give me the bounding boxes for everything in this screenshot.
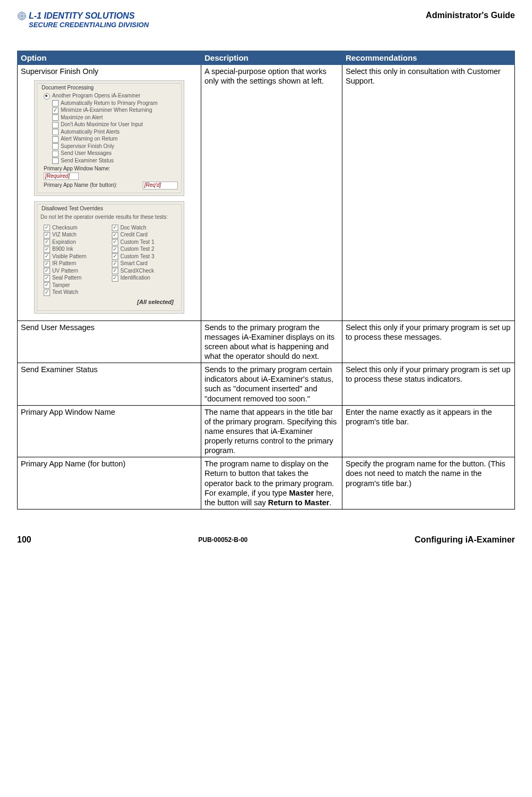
checkbox-option: Custom Test 2 xyxy=(112,246,175,253)
checkbox-icon xyxy=(52,100,59,106)
option-title: Primary App Window Name xyxy=(18,405,201,457)
checkbox-icon xyxy=(44,290,50,296)
screenshot-disallowed-overrides: Disallowed Test Overrides Do not let the… xyxy=(34,201,184,314)
fingerprint-icon xyxy=(17,11,27,21)
checkbox-label: Alert Warning on Return xyxy=(61,136,118,143)
description-cell: The name that appears in the title bar o… xyxy=(201,405,342,457)
checkbox-icon xyxy=(52,143,59,150)
guide-title: Administrator's Guide xyxy=(426,11,515,20)
svg-point-0 xyxy=(18,12,26,19)
logo: L-1 IDENTITY SOLUTIONS SECURE CREDENTIAL… xyxy=(17,11,149,29)
checkbox-label: Send User Messages xyxy=(61,150,112,157)
recommendation-cell: Specify the program name for the button.… xyxy=(342,457,515,510)
field-label: Primary App Name (for button): xyxy=(44,182,117,189)
checkbox-icon xyxy=(52,108,59,114)
checkbox-icon xyxy=(112,268,118,274)
checkbox-label: Custom Test 3 xyxy=(120,253,154,260)
page-header: L-1 IDENTITY SOLUTIONS SECURE CREDENTIAL… xyxy=(17,11,515,29)
th-option: Option xyxy=(18,51,201,64)
groupbox-label: Document Processing xyxy=(40,85,95,91)
checkbox-icon xyxy=(112,253,118,260)
checkbox-icon xyxy=(52,114,59,121)
checkbox-label: SCardXCheck xyxy=(120,268,154,275)
checkbox-option: Smart Card xyxy=(112,260,175,267)
checkbox-option: Seal Pattern xyxy=(44,275,107,282)
table-row: Supervisor Finish Only Document Processi… xyxy=(18,64,515,321)
svg-point-1 xyxy=(20,13,24,18)
checkbox-label: Tamper xyxy=(52,282,70,289)
logo-text-line2: SECURE CREDENTIALING DIVISION xyxy=(17,21,149,29)
checkbox-icon xyxy=(44,225,50,231)
publication-id: PUB-00052-B-00 xyxy=(198,536,248,544)
checkbox-label: Don't Auto Maximize for User Input xyxy=(61,121,143,128)
checkbox-label: Expiration xyxy=(52,239,76,246)
option-title: Send User Messages xyxy=(18,321,201,363)
checkbox-option: Identification xyxy=(112,275,175,282)
description-cell: The program name to display on the Retur… xyxy=(201,457,342,510)
checkbox-option: B900 Ink xyxy=(44,246,107,253)
checkbox-icon xyxy=(112,275,118,282)
checkbox-label: Automatically Return to Primary Program xyxy=(61,100,158,107)
all-selected-note: [All selected] xyxy=(40,299,178,307)
checkbox-option: Automatically Return to Primary Program xyxy=(52,100,178,107)
table-row: Send User Messages Sends to the primary … xyxy=(18,321,515,363)
checkbox-option: Credit Card xyxy=(112,232,175,239)
checkbox-option: UV Pattern xyxy=(44,268,107,275)
screenshot-document-processing: Document Processing Another Program Open… xyxy=(34,80,184,196)
checkbox-label: Automatically Print Alerts xyxy=(61,129,120,136)
checkbox-option: Send User Messages xyxy=(52,150,178,157)
checkbox-icon xyxy=(44,282,50,289)
checkbox-option: Visible Pattern xyxy=(44,253,107,260)
option-title: Supervisor Finish Only xyxy=(21,67,198,76)
checkbox-label: UV Pattern xyxy=(52,268,78,275)
checkbox-option: Custom Test 3 xyxy=(112,253,175,260)
checkbox-option: Automatically Print Alerts xyxy=(52,129,178,136)
checkbox-option: Maximize on Alert xyxy=(52,114,178,121)
checkbox-icon xyxy=(44,239,50,245)
checkbox-icon xyxy=(52,136,59,143)
checkbox-option: IR Pattern xyxy=(44,260,107,267)
checkbox-label: Custom Test 2 xyxy=(120,246,154,253)
checkbox-option: Send Examiner Status xyxy=(52,158,178,165)
description-cell: Sends to the primary program the message… xyxy=(201,321,342,363)
checkbox-label: Maximize on Alert xyxy=(61,114,103,121)
recommendation-cell: Select this only in consultation with Cu… xyxy=(342,64,515,321)
checkbox-label: B900 Ink xyxy=(52,246,73,253)
checkbox-icon xyxy=(112,239,118,245)
field-label: Primary App Window Name: xyxy=(44,166,178,172)
svg-point-2 xyxy=(21,15,23,17)
checkbox-label: IR Pattern xyxy=(52,260,76,267)
table-row: Primary App Window Name The name that ap… xyxy=(18,405,515,457)
checkbox-label: Doc Watch xyxy=(120,225,146,232)
th-description: Description xyxy=(201,51,342,64)
page-footer: 100 PUB-00052-B-00 Configuring iA-Examin… xyxy=(17,535,515,545)
checkbox-icon xyxy=(112,232,118,239)
checkbox-option: Alert Warning on Return xyxy=(52,136,178,143)
checkbox-option: SCardXCheck xyxy=(112,268,175,275)
checkbox-icon xyxy=(44,253,50,260)
checkbox-label: Text Watch xyxy=(52,289,78,296)
checkbox-option: Don't Auto Maximize for User Input xyxy=(52,121,178,128)
th-recommendations: Recommendations xyxy=(342,51,515,64)
checkbox-option: Supervisor Finish Only xyxy=(52,143,178,150)
checkbox-icon xyxy=(52,151,59,157)
checkbox-icon xyxy=(112,261,118,267)
checkbox-icon xyxy=(44,232,50,239)
recommendation-cell: Enter the name exactly as it appears in … xyxy=(342,405,515,457)
checkbox-label: Credit Card xyxy=(120,232,148,239)
table-row: Send Examiner Status Sends to the primar… xyxy=(18,363,515,406)
description-cell: Sends to the primary program certain ind… xyxy=(201,363,342,406)
checkbox-icon xyxy=(112,247,118,253)
option-title: Send Examiner Status xyxy=(18,363,201,406)
checkbox-icon xyxy=(44,275,50,282)
field-value: [Req'd] xyxy=(143,182,178,190)
checkbox-option: Text Watch xyxy=(44,289,107,296)
logo-text-line1: L-1 IDENTITY SOLUTIONS xyxy=(29,11,135,21)
checkbox-option: Custom Test 1 xyxy=(112,239,175,246)
checkbox-option: Expiration xyxy=(44,239,107,246)
checkbox-icon xyxy=(52,122,59,128)
description-cell: A special-purpose option that works only… xyxy=(201,64,342,321)
checkbox-icon xyxy=(44,268,50,274)
groupbox-sublabel: Do not let the operator override results… xyxy=(40,214,178,221)
recommendation-cell: Select this only if your primary program… xyxy=(342,321,515,363)
